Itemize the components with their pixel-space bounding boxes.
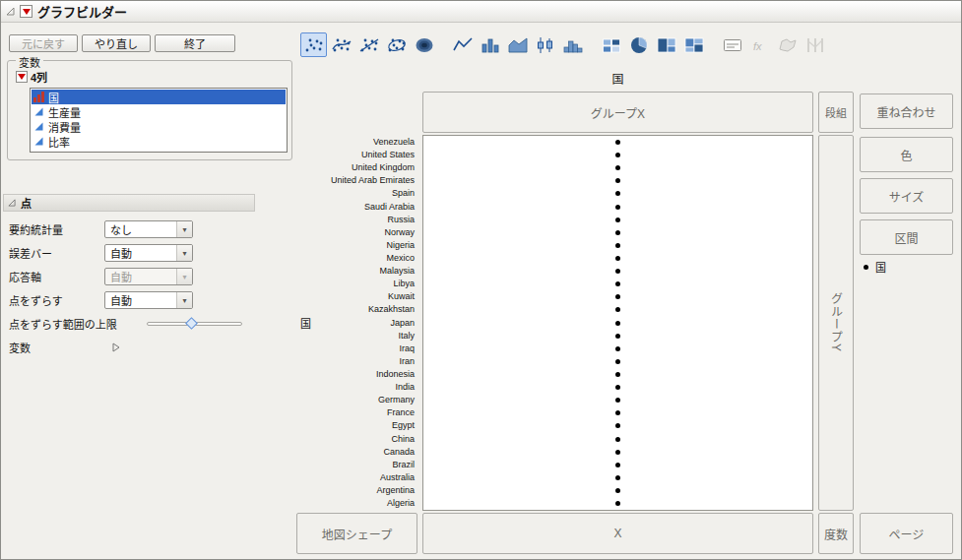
data-point[interactable] bbox=[615, 450, 620, 455]
disclosure-right-icon[interactable] bbox=[112, 342, 120, 352]
drop-zone-group-y[interactable]: グループY bbox=[818, 135, 854, 511]
data-point[interactable] bbox=[615, 437, 620, 442]
pie-icon[interactable] bbox=[625, 32, 652, 57]
data-point[interactable] bbox=[615, 140, 620, 145]
plot-point-row bbox=[423, 446, 812, 459]
collapse-triangle-icon[interactable] bbox=[6, 7, 15, 16]
y-tick-label: Egypt bbox=[304, 419, 417, 432]
y-tick-label: France bbox=[304, 406, 417, 419]
drop-zone-freq[interactable]: 度数 bbox=[818, 513, 854, 554]
column-item[interactable]: 比率 bbox=[32, 134, 286, 149]
data-point[interactable] bbox=[615, 218, 620, 222]
data-point[interactable] bbox=[615, 385, 620, 390]
data-point[interactable] bbox=[615, 269, 620, 274]
contour-icon[interactable] bbox=[411, 32, 437, 57]
smoother-icon[interactable] bbox=[328, 32, 354, 57]
columns-count-label: 4列 bbox=[31, 69, 47, 85]
data-point[interactable] bbox=[615, 501, 620, 506]
heatmap-icon[interactable] bbox=[598, 32, 624, 57]
y-tick-label: Kazakhstan bbox=[304, 303, 417, 316]
data-point[interactable] bbox=[615, 359, 620, 364]
data-point[interactable] bbox=[615, 463, 620, 467]
data-point[interactable] bbox=[615, 334, 620, 339]
plot-point-row bbox=[423, 497, 812, 510]
column-item[interactable]: 消費量 bbox=[32, 119, 286, 134]
plot-point-row bbox=[423, 149, 812, 161]
points-disclosure-icon[interactable] bbox=[8, 199, 16, 207]
histogram-icon[interactable] bbox=[559, 32, 586, 57]
drop-zone-x[interactable]: X bbox=[422, 513, 813, 554]
data-point[interactable] bbox=[615, 281, 620, 286]
data-point[interactable] bbox=[615, 423, 620, 428]
points-icon[interactable] bbox=[300, 32, 327, 57]
data-point[interactable] bbox=[615, 372, 620, 377]
data-point[interactable] bbox=[615, 165, 620, 170]
data-point[interactable] bbox=[615, 230, 620, 235]
column-item[interactable]: 国 bbox=[32, 90, 286, 104]
y-axis-labels[interactable]: VenezuelaUnited StatesUnited KingdomUnit… bbox=[304, 136, 417, 510]
drop-zone-page[interactable]: ページ bbox=[860, 513, 953, 554]
undo-button[interactable]: 元に戻す bbox=[9, 34, 78, 52]
caption-box-icon[interactable] bbox=[719, 32, 745, 57]
area-icon[interactable] bbox=[504, 32, 531, 57]
drop-zone-color[interactable]: 色 bbox=[860, 137, 953, 172]
formula-icon[interactable]: fx bbox=[746, 32, 773, 57]
response-axis-select[interactable]: 自動 ▾ bbox=[104, 268, 193, 285]
data-point[interactable] bbox=[615, 488, 620, 493]
plot-point-row bbox=[423, 201, 812, 214]
drop-zone-size[interactable]: サイズ bbox=[860, 178, 953, 214]
data-point[interactable] bbox=[615, 178, 620, 183]
drop-zone-interval[interactable]: 区間 bbox=[860, 219, 953, 255]
y-tick-label: Japan bbox=[304, 317, 417, 330]
red-triangle-menu-icon[interactable] bbox=[20, 5, 32, 18]
summary-statistic-select[interactable]: なし ▾ bbox=[104, 220, 193, 238]
columns-header: 4列 bbox=[16, 69, 47, 85]
data-point[interactable] bbox=[615, 475, 620, 480]
line-of-fit-icon[interactable] bbox=[355, 32, 382, 57]
slider-thumb[interactable] bbox=[185, 317, 198, 330]
plot-point-row bbox=[423, 381, 812, 394]
jitter-limit-slider[interactable] bbox=[147, 315, 242, 333]
data-point[interactable] bbox=[615, 256, 620, 261]
y-tick-label: Mexico bbox=[304, 252, 417, 265]
data-point[interactable] bbox=[615, 398, 620, 403]
data-point[interactable] bbox=[615, 243, 620, 248]
jitter-label: 点をずらす bbox=[9, 292, 104, 308]
plot-point-row bbox=[423, 355, 812, 368]
mosaic-icon[interactable] bbox=[680, 32, 707, 57]
drop-zone-overlay[interactable]: 重ね合わせ bbox=[860, 93, 953, 129]
y-tick-label: Indonesia bbox=[304, 368, 417, 381]
data-point[interactable] bbox=[615, 307, 620, 312]
data-point[interactable] bbox=[615, 346, 620, 351]
y-axis-title[interactable]: 国 bbox=[300, 315, 311, 331]
jitter-select[interactable]: 自動 ▾ bbox=[104, 291, 193, 309]
done-button[interactable]: 終了 bbox=[155, 34, 235, 52]
bar-icon[interactable] bbox=[477, 32, 503, 57]
line-icon[interactable] bbox=[449, 32, 476, 57]
drop-zone-wrap[interactable]: 段組 bbox=[818, 92, 854, 133]
box-plot-icon[interactable] bbox=[532, 32, 558, 57]
error-bars-select[interactable]: 自動 ▾ bbox=[104, 244, 193, 262]
ellipse-icon[interactable] bbox=[383, 32, 410, 57]
parallel-plot-icon[interactable] bbox=[802, 32, 828, 57]
chevron-down-icon: ▾ bbox=[176, 221, 192, 237]
map-shapes-icon[interactable] bbox=[774, 32, 801, 57]
columns-list[interactable]: 国生産量消費量比率 bbox=[30, 88, 288, 153]
plot-area[interactable] bbox=[422, 135, 813, 511]
treemap-icon[interactable] bbox=[653, 32, 679, 57]
drop-zone-group-x[interactable]: グループX bbox=[422, 92, 813, 133]
plot-point-row bbox=[423, 252, 812, 265]
drop-zone-map-shape[interactable]: 地図シェープ bbox=[296, 513, 417, 554]
data-point[interactable] bbox=[615, 153, 620, 157]
redo-button[interactable]: やり直し bbox=[82, 34, 151, 52]
column-item[interactable]: 生産量 bbox=[32, 104, 286, 119]
legend-marker-icon bbox=[864, 265, 868, 270]
plot-point-row bbox=[423, 265, 812, 278]
columns-red-triangle-menu-icon[interactable] bbox=[16, 71, 28, 83]
points-panel-header[interactable]: 点 bbox=[3, 194, 255, 212]
data-point[interactable] bbox=[615, 410, 620, 415]
data-point[interactable] bbox=[615, 321, 620, 326]
data-point[interactable] bbox=[615, 205, 620, 210]
data-point[interactable] bbox=[615, 191, 620, 196]
data-point[interactable] bbox=[615, 294, 620, 299]
